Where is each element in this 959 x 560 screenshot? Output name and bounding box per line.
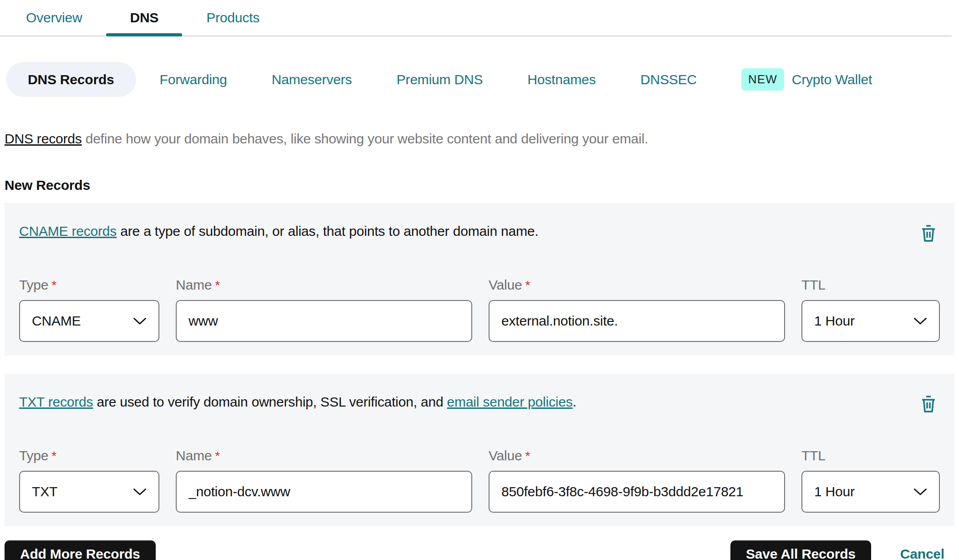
ttl-label: TTL [801, 448, 940, 463]
cname-ttl-select[interactable]: 1 Hour [801, 300, 940, 342]
name-label: Name* [176, 277, 472, 293]
cname-ttl-value: 1 Hour [814, 313, 855, 329]
trash-icon [920, 224, 937, 243]
subtab-crypto-wallet[interactable]: NEW Crypto Wallet [741, 68, 872, 91]
txt-ttl-select[interactable]: 1 Hour [801, 471, 940, 513]
type-label: Type* [19, 277, 159, 293]
email-sender-policies-link[interactable]: email sender policies [447, 394, 573, 409]
main-tab-bar: Overview DNS Products [0, 0, 952, 36]
txt-ttl-value: 1 Hour [814, 484, 855, 499]
value-label: Value* [489, 277, 785, 293]
dns-sub-nav: DNS Records Forwarding Nameservers Premi… [6, 62, 952, 97]
required-asterisk: * [525, 449, 531, 463]
txt-records-link[interactable]: TXT records [19, 394, 93, 409]
subtab-dns-records[interactable]: DNS Records [6, 62, 136, 97]
tab-products[interactable]: Products [206, 0, 260, 36]
cancel-button[interactable]: Cancel [900, 546, 944, 560]
dns-records-doc-link[interactable]: DNS records [5, 131, 82, 146]
new-badge: NEW [741, 68, 784, 91]
dns-description: DNS records define how your domain behav… [5, 131, 954, 147]
txt-intro: TXT records are used to verify domain ow… [19, 394, 576, 410]
cname-type-select[interactable]: CNAME [19, 300, 159, 342]
chevron-down-icon [913, 488, 927, 496]
cname-records-link[interactable]: CNAME records [19, 224, 117, 239]
txt-type-select[interactable]: TXT [19, 471, 159, 513]
record-card-cname: CNAME records are a type of subdomain, o… [5, 203, 954, 356]
subtab-hostnames[interactable]: Hostnames [527, 72, 596, 87]
value-label: Value* [489, 448, 785, 463]
txt-type-value: TXT [32, 484, 57, 499]
required-asterisk: * [215, 278, 220, 292]
cname-intro: CNAME records are a type of subdomain, o… [19, 223, 538, 239]
delete-cname-record-button[interactable] [920, 224, 937, 244]
required-asterisk: * [525, 278, 531, 292]
subtab-crypto-wallet-label: Crypto Wallet [792, 72, 872, 87]
subtab-nameservers[interactable]: Nameservers [272, 72, 352, 87]
chevron-down-icon [133, 488, 147, 496]
subtab-forwarding[interactable]: Forwarding [160, 72, 227, 87]
name-label: Name* [176, 448, 472, 463]
chevron-down-icon [133, 317, 147, 325]
tab-dns[interactable]: DNS [130, 0, 158, 36]
delete-txt-record-button[interactable] [920, 395, 937, 415]
new-records-title: New Records [5, 178, 959, 193]
dns-description-text: define how your domain behaves, like sho… [82, 131, 648, 146]
subtab-dnssec[interactable]: DNSSEC [640, 72, 697, 87]
tab-overview[interactable]: Overview [26, 0, 82, 36]
required-asterisk: * [51, 278, 56, 292]
required-asterisk: * [51, 449, 56, 463]
required-asterisk: * [215, 449, 220, 463]
txt-value-input[interactable] [489, 471, 785, 513]
footer-actions: Add More Records Save All Records Cancel [5, 540, 954, 560]
type-label: Type* [19, 448, 159, 463]
chevron-down-icon [913, 317, 927, 325]
add-more-records-button[interactable]: Add More Records [5, 540, 156, 560]
record-card-txt: TXT records are used to verify domain ow… [5, 374, 954, 526]
txt-name-input[interactable] [176, 471, 472, 513]
cname-value-input[interactable] [489, 300, 785, 342]
save-all-records-button[interactable]: Save All Records [730, 540, 871, 560]
subtab-premium-dns[interactable]: Premium DNS [397, 72, 483, 87]
cname-name-input[interactable] [176, 300, 472, 342]
ttl-label: TTL [801, 277, 940, 293]
trash-icon [920, 395, 937, 414]
cname-type-value: CNAME [32, 313, 81, 329]
